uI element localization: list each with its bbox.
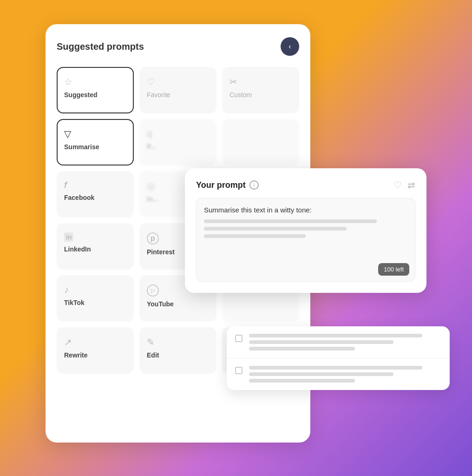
prompt-pinterest-label: Pinterest [147,248,175,256]
prompt-facebook-label: Facebook [64,194,94,201]
your-prompt-header: Your prompt i ♡ ⇄ [196,179,415,191]
prompt-tiktok[interactable]: ♪ TikTok [57,275,134,322]
your-prompt-title-row: Your prompt i [196,180,259,190]
prompt-row-1: ▽ Summarise q P... [57,119,299,165]
info-icon[interactable]: i [249,180,259,190]
shuffle-button[interactable]: ⇄ [407,179,415,191]
prompt-instagram-label: In... [147,195,158,203]
result-line-2-3 [249,379,355,383]
result-item-2[interactable] [227,358,450,390]
prompt-row1-empty [222,119,299,165]
result-item-1[interactable] [227,326,450,358]
paraphrase-icon: q [147,128,152,139]
your-prompt-card: Your prompt i ♡ ⇄ Summarise this text in… [185,168,426,293]
category-favorite[interactable]: ♡ Favorite [139,67,216,113]
youtube-icon: ▷ [147,284,159,297]
result-lines-2 [249,366,441,383]
prompt-summarise-label: Summarise [64,143,99,151]
heart-icon: ♡ [147,76,155,87]
category-grid: ☆ Suggested ♡ Favorite ✂ Custom [57,67,299,113]
prompt-tiktok-label: TikTok [64,299,85,306]
card-title: Suggested prompts [57,41,144,52]
prompt-facebook[interactable]: f Facebook [57,171,134,218]
prompt-rewrite-label: Rewrite [64,351,88,359]
linkedin-icon: in [64,232,73,242]
category-favorite-label: Favorite [147,91,170,99]
result-lines-1 [249,334,441,350]
prompt-rewrite[interactable]: ↗ Rewrite [57,327,134,374]
prompt-line-3 [204,234,306,238]
category-suggested[interactable]: ☆ Suggested [57,67,134,113]
prompt-linkedin[interactable]: in LinkedIn [57,223,134,270]
your-prompt-title: Your prompt [196,180,246,190]
category-custom-label: Custom [229,91,252,99]
prompt-text-area: Summarise this text in a witty tone: 100… [196,198,415,282]
result-checkbox-1[interactable] [235,335,243,342]
char-count-badge: 100 left [378,263,409,276]
card-header: Suggested prompts ‹ [57,37,299,56]
edit-icon: ✎ [147,337,155,348]
prompt-summarise[interactable]: ▽ Summarise [57,119,134,165]
results-card [227,326,450,390]
result-line-1-3 [249,347,355,350]
favorite-button[interactable]: ♡ [393,179,402,191]
filter-icon: ▽ [64,128,71,139]
prompt-line-1 [204,219,377,223]
tiktok-icon: ♪ [64,284,69,295]
result-line-1-1 [249,334,422,337]
result-line-1-2 [249,340,393,344]
prompt-line-2 [204,227,347,231]
instagram-icon: ◎ [147,180,155,192]
star-icon: ☆ [64,76,72,87]
facebook-icon: f [64,180,67,190]
prompt-main-text: Summarise this text in a witty tone: [204,206,407,214]
pinterest-icon: p [147,232,159,245]
result-line-2-2 [249,372,393,376]
prompt-edit[interactable]: ✎ Edit [139,327,216,374]
rewrite-icon: ↗ [64,337,72,348]
scissors-icon: ✂ [229,76,237,87]
prompt-edit-label: Edit [147,351,159,359]
result-line-2-1 [249,366,422,370]
prompt-linkedin-label: LinkedIn [64,245,91,253]
chevron-left-icon: ‹ [288,42,291,51]
result-checkbox-2[interactable] [235,367,243,374]
back-button[interactable]: ‹ [281,37,299,56]
prompt-youtube-label: YouTube [147,300,174,308]
category-custom[interactable]: ✂ Custom [222,67,299,113]
prompt-actions: ♡ ⇄ [393,179,415,191]
prompt-paraphrase[interactable]: q P... [139,119,216,165]
category-suggested-label: Suggested [64,91,98,99]
main-container: Suggested prompts ‹ ☆ Suggested ♡ Favori… [46,24,426,452]
prompt-paraphrase-label: P... [147,143,156,150]
